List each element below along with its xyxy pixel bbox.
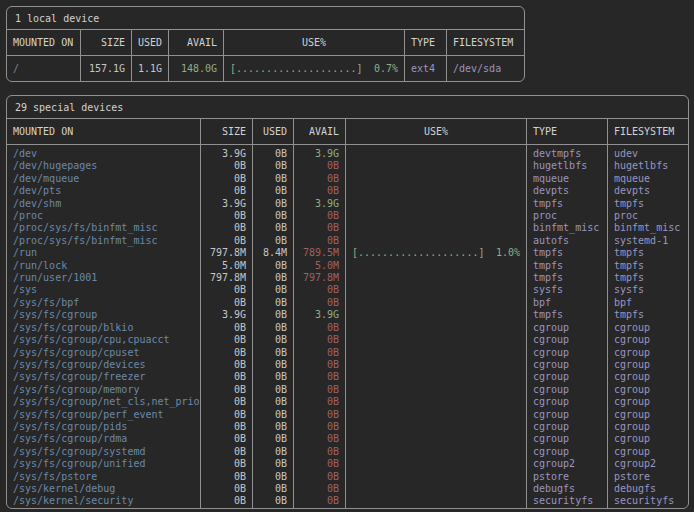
- cell-use-percent: [345, 471, 526, 483]
- cell-avail: 0B: [293, 160, 345, 172]
- cell-use-percent: [....................] 1.0%: [345, 247, 526, 259]
- cell-mounted-on: /dev: [7, 145, 200, 160]
- terminal-duf-output: 1 local device MOUNTED ON SIZE USED AVAI…: [0, 0, 694, 509]
- cell-type: cgroup: [526, 347, 607, 359]
- device-row: /sys/kernel/debug 0B 0B 0B debugfs debug…: [7, 483, 688, 495]
- device-row: /run 797.8M 8.4M 789.5M [...............…: [7, 247, 688, 259]
- cell-used: 0B: [252, 495, 293, 507]
- cell-mounted-on: /proc: [7, 210, 200, 222]
- usage-percent: 0.7%: [374, 63, 398, 74]
- device-row: /proc 0B 0B 0B proc proc: [7, 210, 688, 222]
- cell-type: hugetlbfs: [526, 160, 607, 172]
- cell-used: 0B: [252, 458, 293, 470]
- cell-used: 0B: [252, 210, 293, 222]
- cell-used: 0B: [252, 384, 293, 396]
- cell-use-percent: [345, 185, 526, 197]
- cell-size: 0B: [200, 483, 252, 495]
- cell-use-percent: [345, 222, 526, 234]
- cell-avail: 0B: [293, 185, 345, 197]
- cell-type: tmpfs: [526, 272, 607, 284]
- cell-avail: 0B: [293, 222, 345, 234]
- cell-size: 0B: [200, 297, 252, 309]
- cell-use-percent: [345, 284, 526, 296]
- column-header-filesystem: FILESYSTEM: [607, 119, 688, 145]
- local-devices-panel: 1 local device MOUNTED ON SIZE USED AVAI…: [6, 6, 525, 82]
- cell-used: 1.1G: [131, 56, 168, 81]
- cell-used: 0B: [252, 322, 293, 334]
- cell-mounted-on: /sys/fs/cgroup/memory: [7, 384, 200, 396]
- cell-type: cgroup: [526, 421, 607, 433]
- cell-use-percent: [345, 160, 526, 172]
- cell-avail: 0B: [293, 471, 345, 483]
- cell-mounted-on: /sys: [7, 284, 200, 296]
- cell-filesystem: tmpfs: [607, 198, 688, 210]
- usage-percent: 1.0%: [496, 247, 520, 259]
- cell-size: 5.0M: [200, 260, 252, 272]
- cell-filesystem: /dev/sda: [446, 56, 524, 81]
- device-row: /dev 3.9G 0B 3.9G devtmpfs udev: [7, 145, 688, 160]
- device-row: /sys/fs/cgroup/perf_event 0B 0B 0B cgrou…: [7, 409, 688, 421]
- cell-mounted-on: /sys/fs/cgroup: [7, 309, 200, 321]
- cell-size: 0B: [200, 471, 252, 483]
- device-row: /sys/kernel/security 0B 0B 0B securityfs…: [7, 495, 688, 507]
- cell-use-percent: [345, 145, 526, 160]
- cell-filesystem: cgroup: [607, 433, 688, 445]
- cell-avail: 3.9G: [293, 145, 345, 160]
- cell-mounted-on: /run: [7, 247, 200, 259]
- cell-avail: 0B: [293, 483, 345, 495]
- cell-filesystem: udev: [607, 145, 688, 160]
- device-row: /sys/fs/cgroup 3.9G 0B 3.9G tmpfs tmpfs: [7, 309, 688, 321]
- cell-mounted-on: /sys/fs/cgroup/cpuset: [7, 347, 200, 359]
- column-header-used: USED: [252, 119, 293, 145]
- device-row: /sys/fs/cgroup/cpu,cpuacct 0B 0B 0B cgro…: [7, 334, 688, 346]
- column-header-type: TYPE: [526, 119, 607, 145]
- cell-mounted-on: /sys/fs/bpf: [7, 297, 200, 309]
- column-header-size: SIZE: [80, 30, 131, 56]
- device-row: /dev/shm 3.9G 0B 3.9G tmpfs tmpfs: [7, 198, 688, 210]
- cell-used: 0B: [252, 371, 293, 383]
- special-devices-title: 29 special devices: [7, 96, 688, 119]
- cell-used: 0B: [252, 173, 293, 185]
- cell-type: sysfs: [526, 284, 607, 296]
- cell-filesystem: proc: [607, 210, 688, 222]
- cell-filesystem: cgroup: [607, 334, 688, 346]
- cell-type: tmpfs: [526, 247, 607, 259]
- cell-size: 3.9G: [200, 145, 252, 160]
- cell-type: securityfs: [526, 495, 607, 507]
- cell-type: cgroup: [526, 409, 607, 421]
- cell-type: cgroup2: [526, 458, 607, 470]
- cell-size: 0B: [200, 322, 252, 334]
- cell-use-percent: [345, 322, 526, 334]
- cell-size: 797.8M: [200, 272, 252, 284]
- cell-use-percent: [345, 198, 526, 210]
- device-row: /proc/sys/fs/binfmt_misc 0B 0B 0B binfmt…: [7, 222, 688, 234]
- cell-type: cgroup: [526, 446, 607, 458]
- cell-used: 0B: [252, 284, 293, 296]
- device-row: /sys/fs/cgroup/freezer 0B 0B 0B cgroup c…: [7, 371, 688, 383]
- cell-size: 797.8M: [200, 247, 252, 259]
- cell-mounted-on: /run/lock: [7, 260, 200, 272]
- cell-size: 0B: [200, 409, 252, 421]
- cell-mounted-on: /: [7, 56, 80, 81]
- cell-used: 8.4M: [252, 247, 293, 259]
- cell-type: devpts: [526, 185, 607, 197]
- cell-mounted-on: /sys/fs/cgroup/perf_event: [7, 409, 200, 421]
- device-row: /sys/fs/cgroup/net_cls,net_prio 0B 0B 0B…: [7, 396, 688, 408]
- cell-mounted-on: /dev/shm: [7, 198, 200, 210]
- cell-size: 3.9G: [200, 309, 252, 321]
- cell-type: cgroup: [526, 396, 607, 408]
- cell-avail: 3.9G: [293, 309, 345, 321]
- cell-mounted-on: /dev/hugepages: [7, 160, 200, 172]
- usage-bar: [....................]: [230, 63, 362, 74]
- cell-used: 0B: [252, 421, 293, 433]
- device-row: /run/lock 5.0M 0B 5.0M tmpfs tmpfs: [7, 260, 688, 272]
- cell-use-percent: [345, 173, 526, 185]
- cell-use-percent: [345, 384, 526, 396]
- cell-type: tmpfs: [526, 309, 607, 321]
- cell-avail: 0B: [293, 446, 345, 458]
- cell-avail: 0B: [293, 384, 345, 396]
- cell-filesystem: bpf: [607, 297, 688, 309]
- cell-avail: 0B: [293, 284, 345, 296]
- cell-type: tmpfs: [526, 260, 607, 272]
- cell-filesystem: tmpfs: [607, 309, 688, 321]
